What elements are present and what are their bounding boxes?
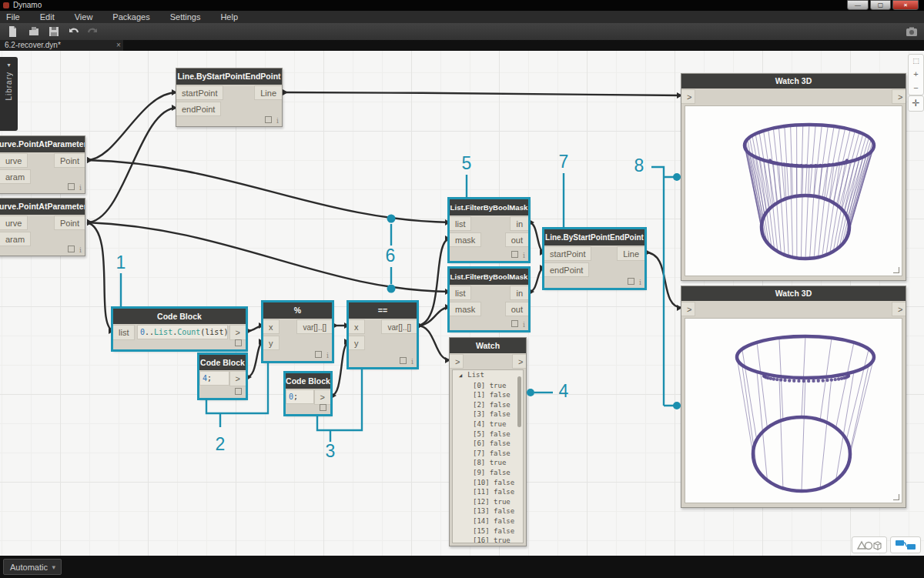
close-button[interactable]: × <box>892 0 919 10</box>
port-list[interactable]: list <box>450 216 471 231</box>
port-watch-out[interactable]: > <box>512 354 526 369</box>
node-filterbyboolmask-1[interactable]: List.FilterByBoolMask list mask in out i <box>449 199 529 262</box>
lacing-indicator[interactable] <box>315 351 322 358</box>
lacing-indicator[interactable] <box>320 404 326 411</box>
graph-canvas[interactable]: 1 2 3 4 5 6 7 8 ▾ Library Line.ByStartPo… <box>0 51 924 556</box>
port-param[interactable]: aram <box>0 169 31 184</box>
preview-viewport-1[interactable] <box>685 105 902 276</box>
port-watch3d-out[interactable]: > <box>892 302 906 316</box>
port-curve[interactable]: urve <box>0 153 28 168</box>
port-mask[interactable]: mask <box>450 302 481 316</box>
port-code-out[interactable]: > <box>229 325 246 340</box>
code-text[interactable]: 4; <box>199 371 229 386</box>
lacing-indicator[interactable] <box>235 388 242 395</box>
port-mask[interactable]: mask <box>450 232 481 247</box>
code-text[interactable]: 0; <box>286 389 314 404</box>
port-watch3d-in[interactable]: > <box>681 302 695 316</box>
tab-active[interactable]: 6.2-recover.dyn* × <box>0 40 123 51</box>
graph-view-toggle[interactable] <box>890 536 921 553</box>
port-curve[interactable]: urve <box>0 215 28 230</box>
tab-close-icon[interactable]: × <box>114 40 123 51</box>
resize-handle-icon[interactable] <box>893 494 899 500</box>
node-curve-pointatparameter-2[interactable]: urve.PointAtParameter urve aram Point i <box>0 198 85 256</box>
open-icon[interactable] <box>28 25 40 38</box>
minimize-button[interactable]: — <box>847 0 869 10</box>
menu-edit[interactable]: Edit <box>40 12 55 22</box>
lacing-indicator[interactable] <box>235 339 242 346</box>
node-code-block-0[interactable]: Code Block 0; > <box>285 373 331 415</box>
port-code-out[interactable]: > <box>229 371 246 386</box>
port-x[interactable]: x <box>263 319 280 334</box>
menu-settings[interactable]: Settings <box>170 12 201 22</box>
port-startpoint[interactable]: startPoint <box>544 246 591 261</box>
redo-icon[interactable] <box>86 25 99 38</box>
node-line-bystartpointendpoint-1[interactable]: Line.ByStartPointEndPoint startPoint end… <box>176 68 283 127</box>
watch-value-list[interactable]: ◢List[0] true[1] false[2] false[3] false… <box>452 369 524 543</box>
port-y[interactable]: y <box>349 336 365 350</box>
port-watch3d-out[interactable]: > <box>892 89 906 104</box>
menu-help[interactable]: Help <box>220 12 238 22</box>
menu-packages[interactable]: Packages <box>112 12 149 22</box>
lacing-indicator[interactable] <box>265 116 272 123</box>
geometry-view-toggle[interactable] <box>852 536 887 553</box>
port-in-out[interactable]: in <box>510 286 528 300</box>
port-endpoint[interactable]: endPoint <box>176 102 221 116</box>
port-list-in[interactable]: list <box>113 325 135 340</box>
code-text[interactable]: 0..List.Count(list); <box>137 325 228 339</box>
pan-icon[interactable]: ✛ <box>908 95 924 112</box>
menu-file[interactable]: File <box>6 12 20 22</box>
run-mode-dropdown[interactable]: Automatic ▾ <box>3 559 62 575</box>
port-out-out[interactable]: out <box>505 302 528 316</box>
zoom-out-icon[interactable]: − <box>913 83 918 92</box>
node-watch3d-2[interactable]: Watch 3D > > <box>681 286 906 508</box>
port-point-out[interactable]: Point <box>54 215 85 230</box>
node-curve-pointatparameter-1[interactable]: urve.PointAtParameter urve aram Point i <box>0 135 85 194</box>
port-in-out[interactable]: in <box>510 216 528 231</box>
port-startpoint[interactable]: startPoint <box>176 85 223 100</box>
status-bar: Automatic ▾ <box>0 556 924 578</box>
lacing-indicator[interactable] <box>68 183 75 190</box>
node-equals[interactable]: == x y var[]..[] i <box>348 302 417 368</box>
expander-triangle-icon[interactable]: ◢ <box>459 373 462 379</box>
new-file-icon[interactable] <box>6 25 18 38</box>
maximize-button[interactable]: ▢ <box>870 0 891 10</box>
port-x[interactable]: x <box>349 319 365 334</box>
fit-view-icon[interactable]: ⬚ <box>912 57 919 65</box>
lacing-indicator[interactable] <box>511 320 518 327</box>
port-endpoint[interactable]: endPoint <box>544 262 589 277</box>
watch-root-row[interactable]: ◢List <box>453 370 523 381</box>
node-line-bystartpointendpoint-2[interactable]: Line.ByStartPointEndPoint startPoint end… <box>544 229 645 289</box>
node-filterbyboolmask-2[interactable]: List.FilterByBoolMask list mask in out i <box>449 268 529 331</box>
lacing-indicator[interactable] <box>628 278 634 285</box>
info-glyph: i <box>326 352 329 359</box>
zoom-in-icon[interactable]: + <box>913 69 918 79</box>
port-param[interactable]: aram <box>0 232 31 246</box>
port-code-out[interactable]: > <box>314 389 330 405</box>
undo-icon[interactable] <box>68 25 80 38</box>
port-var-out[interactable]: var[]..[] <box>381 319 417 334</box>
node-code-block-4[interactable]: Code Block 4; > <box>199 354 246 399</box>
port-var-out[interactable]: var[]..[] <box>296 319 332 334</box>
preview-viewport-2[interactable] <box>685 318 902 503</box>
port-list[interactable]: list <box>450 286 471 300</box>
library-tab[interactable]: ▾ Library <box>0 57 18 131</box>
port-y[interactable]: y <box>263 336 280 350</box>
port-point-out[interactable]: Point <box>54 153 85 168</box>
node-watch[interactable]: Watch > > ◢List[0] true[1] false[2] fals… <box>449 337 527 546</box>
port-out-out[interactable]: out <box>505 232 528 247</box>
node-modulo[interactable]: % x y var[]..[] i <box>263 302 333 362</box>
node-code-block-range[interactable]: Code Block list 0..List.Count(list); > <box>112 308 246 350</box>
lacing-indicator[interactable] <box>400 357 407 364</box>
node-watch3d-1[interactable]: Watch 3D > > <box>681 73 906 281</box>
resize-handle-icon[interactable] <box>893 267 899 273</box>
port-watch-in[interactable]: > <box>450 354 464 369</box>
lacing-indicator[interactable] <box>511 251 518 258</box>
watch-scrollbar[interactable] <box>517 376 521 427</box>
lacing-indicator[interactable] <box>68 246 75 252</box>
menu-view[interactable]: View <box>75 12 93 22</box>
port-line-out[interactable]: Line <box>254 85 282 100</box>
save-icon[interactable] <box>48 25 60 38</box>
port-line-out[interactable]: Line <box>617 246 644 261</box>
camera-icon[interactable] <box>906 25 918 38</box>
port-watch3d-in[interactable]: > <box>681 89 695 104</box>
